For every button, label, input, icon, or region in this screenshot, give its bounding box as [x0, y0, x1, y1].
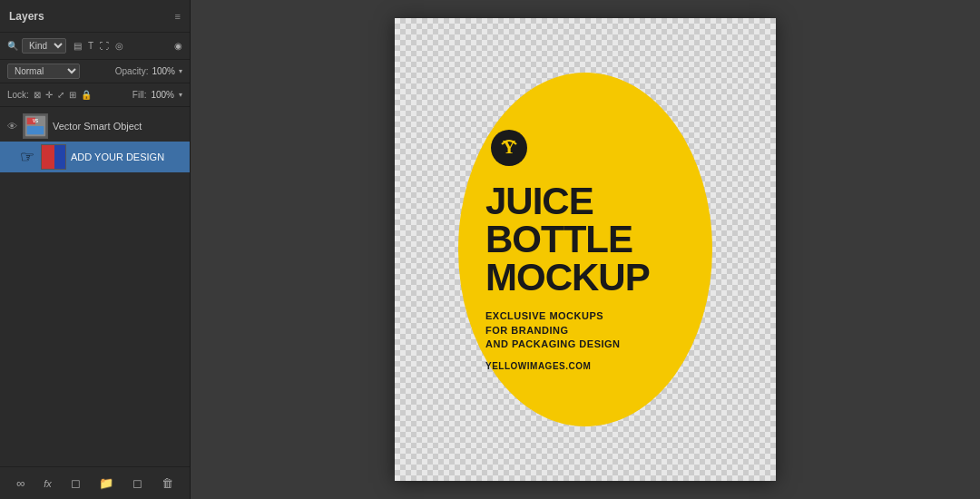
- lock-move-icon[interactable]: ⤢: [57, 90, 64, 100]
- panel-header: Layers ≡: [0, 0, 190, 33]
- filter-bar: 🔍 Kind ▤ T ⛶ ◎ ◉: [0, 33, 190, 60]
- opacity-label: Opacity:: [115, 66, 149, 76]
- layer-thumbnail: VS: [23, 113, 48, 139]
- filter-pixel-icon[interactable]: ▤: [72, 40, 83, 52]
- layer-item[interactable]: ☞ ADD YOUR DESIGN: [0, 142, 190, 172]
- add-layer-style-button[interactable]: fx: [40, 476, 55, 491]
- new-group-button[interactable]: 📁: [95, 475, 117, 492]
- lock-all-icon[interactable]: 🔒: [81, 90, 92, 100]
- layer-name: ADD YOUR DESIGN: [71, 152, 184, 162]
- lock-transparency-icon[interactable]: ⊠: [34, 90, 41, 100]
- mockup-title: JUICE BOTTLE MOCKUP: [485, 182, 650, 297]
- layer-name: Vector Smart Object: [53, 121, 184, 132]
- new-layer-button[interactable]: ◻: [129, 475, 146, 492]
- yellow-oval: Y JUICE BOTTLE MOCKUP EXCLUSIVE MOCKUPSF…: [458, 73, 712, 426]
- layers-panel: Layers ≡ 🔍 Kind ▤ T ⛶ ◎ ◉ Normal Opacity…: [0, 0, 191, 499]
- svg-rect-5: [42, 145, 55, 169]
- filter-text-icon[interactable]: T: [86, 40, 95, 52]
- panel-footer: ∞ fx ◻ 📁 ◻ 🗑: [0, 466, 190, 499]
- mockup-canvas: Y JUICE BOTTLE MOCKUP EXCLUSIVE MOCKUPSF…: [395, 18, 776, 481]
- cursor-icon: ☞: [20, 147, 34, 167]
- mockup-subtitle: EXCLUSIVE MOCKUPSFOR BRANDINGAND PACKAGI…: [485, 309, 621, 351]
- layer-visibility-icon[interactable]: 👁: [5, 121, 18, 132]
- blend-mode-select[interactable]: Normal: [7, 64, 80, 79]
- filter-kind-select[interactable]: Kind: [22, 38, 66, 54]
- filter-smart-icon[interactable]: ◎: [113, 40, 125, 52]
- panel-menu-icon[interactable]: ≡: [175, 11, 181, 22]
- fill-arrow: ▾: [179, 91, 182, 99]
- lock-row: Lock: ⊠ ✛ ⤢ ⊞ 🔒 Fill: 100% ▾: [0, 83, 190, 107]
- opacity-arrow: ▾: [179, 67, 182, 75]
- search-icon: 🔍: [7, 41, 18, 51]
- filter-icons: ▤ T ⛶ ◎: [72, 40, 125, 52]
- delete-layer-button[interactable]: 🗑: [158, 475, 177, 492]
- fill-value[interactable]: 100%: [151, 90, 174, 100]
- filter-shape-icon[interactable]: ⛶: [98, 40, 111, 52]
- opacity-value[interactable]: 100%: [152, 66, 175, 76]
- layer-item[interactable]: 👁 VS Vector Smart Object: [0, 111, 190, 142]
- mockup-url: YELLOWIMAGES.COM: [485, 361, 591, 371]
- lock-artboard-icon[interactable]: ⊞: [69, 90, 76, 100]
- layers-list: 👁 VS Vector Smart Object ☞: [0, 107, 190, 466]
- brand-logo: Y: [489, 128, 529, 168]
- canvas-area: Y JUICE BOTTLE MOCKUP EXCLUSIVE MOCKUPSF…: [191, 0, 980, 499]
- svg-text:VS: VS: [33, 119, 38, 123]
- filter-toggle-icon[interactable]: ◉: [174, 41, 182, 51]
- blend-row: Normal Opacity: 100% ▾: [0, 60, 190, 83]
- panel-title: Layers: [9, 10, 44, 23]
- title-line-1: JUICE: [485, 182, 650, 220]
- svg-rect-6: [55, 145, 65, 169]
- layer-thumbnail: [41, 144, 66, 170]
- title-line-3: MOCKUP: [485, 259, 650, 297]
- fill-label: Fill:: [132, 90, 147, 100]
- svg-rect-3: [27, 126, 44, 134]
- add-mask-button[interactable]: ◻: [67, 475, 84, 492]
- lock-paint-icon[interactable]: ✛: [45, 90, 53, 100]
- link-layers-button[interactable]: ∞: [13, 475, 28, 492]
- lock-label: Lock:: [7, 90, 29, 100]
- title-line-2: BOTTLE: [485, 220, 650, 259]
